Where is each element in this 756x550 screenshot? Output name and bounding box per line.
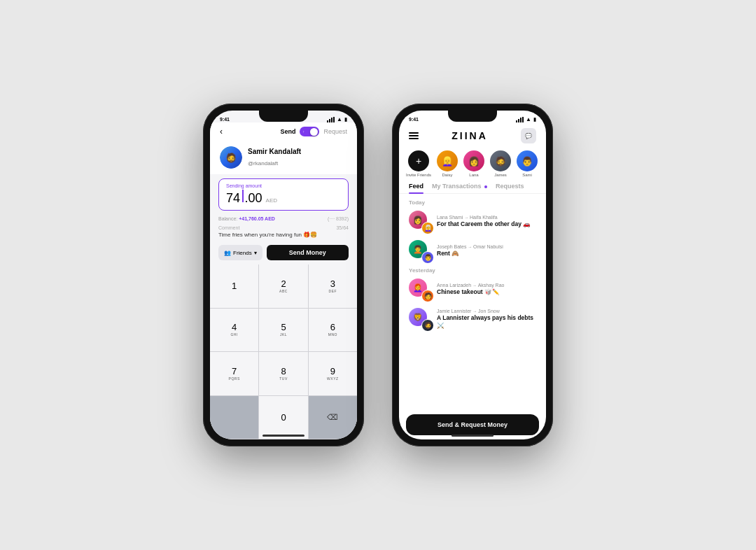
chat-icon: 💬 [525,133,532,139]
feed-item-1[interactable]: 👩 👩‍🦳 Lana Shami → Haifa Khalifa For tha… [399,207,546,237]
sami-name: Sami [522,173,532,177]
comment-label: Comment [218,225,239,230]
balance-amount: +41,760.05 AED [239,216,275,221]
feed-item-3-message: Chinese takeout 🥡✏️ [437,288,504,296]
daisy-avatar: 👱‍♀️ [437,150,458,171]
notch-2 [448,111,497,122]
toggle-arrow-icon: ↑ [302,129,304,134]
amount-value: 74 .00 AED [226,190,341,206]
numpad-key-9[interactable]: 9 WXYZ [309,352,357,395]
toggle-area[interactable]: Send ↑ Request [280,127,347,136]
friend-sami[interactable]: 👨 Sami [517,150,538,177]
feed-item-4[interactable]: 🦁 🧔 Jamie Lannister → Jon Snow A Lannist… [399,304,546,334]
feed-item-2-names: Joseph Bates → Omar Nabulsi [437,244,503,249]
actions-row: 👥 Friends ▾ Send Money [210,241,357,265]
cursor [242,190,244,202]
feed-item-3-names: Anna Larizadeh → Akshay Rao [437,283,504,288]
yesterday-label: Yesterday [399,266,546,275]
feed-item-4-content: Jamie Lannister → Jon Snow A Lannister a… [437,309,536,330]
numpad-delete-button[interactable]: ⌫ [309,396,357,439]
amount-input-box[interactable]: Sending amount 74 .00 AED [218,178,349,211]
tab-my-transactions[interactable]: My Transactions [432,183,487,193]
friends-icon: 👥 [224,250,231,256]
feed-item-1-content: Lana Shami → Haifa Khalifa For that Care… [437,215,531,228]
numpad-key-8[interactable]: 8 TUV [259,352,307,395]
numpad-key-5[interactable]: 5 JKL [259,309,307,352]
toggle-knob [310,128,318,136]
feed-item-1-message: For that Careem the other day 🚗 [437,220,531,228]
user-handle: @rkandalaft [248,160,278,167]
send-request-money-button[interactable]: Send & Request Money [406,414,539,435]
add-friend-button[interactable]: + [408,150,429,171]
notification-button[interactable]: 💬 [521,128,536,143]
amount-number: 74 [226,191,240,206]
numpad-key-3[interactable]: 3 DEF [309,265,357,308]
phone-1: 9:41 ▲ ▮ ‹ Send ↑ Reques [203,104,364,446]
numpad-key-6[interactable]: 6 MNO [309,309,357,352]
numpad-key-4[interactable]: 4 GHI [210,309,258,352]
currency-label: AED [266,197,277,204]
feed-item-3[interactable]: 👩‍🦰 🧑 Anna Larizadeh → Akshay Rao Chines… [399,275,546,304]
user-avatar: 🧔 [220,146,242,169]
feed-content: Today 👩 👩‍🦳 Lana Shami → Haifa Khalifa F… [399,194,546,410]
friend-james[interactable]: 🧔 James [490,150,511,177]
jamie-jon-avatar: 🦁 🧔 [409,308,431,330]
anna-akshay-avatar: 👩‍🦰 🧑 [409,278,431,301]
james-name: James [494,173,507,177]
feed-item-2-content: Joseph Bates → Omar Nabulsi Rent 🙈 [437,244,503,258]
tab-requests[interactable]: Requests [496,183,524,193]
chevron-down-icon: ▾ [254,250,257,256]
user-details: Samir Kandalaft @rkandalaft [248,148,301,168]
numpad-key-empty [210,396,258,439]
feed-item-3-content: Anna Larizadeh → Akshay Rao Chinese take… [437,283,504,296]
balance-label: Balance: [218,216,237,221]
friends-button[interactable]: 👥 Friends ▾ [218,245,262,260]
toggle-switch[interactable]: ↑ [300,127,319,136]
home-indicator-2 [451,435,493,437]
friends-row: + Invite Friends 👱‍♀️ Daisy 👩 Lana 🧔 Ja [399,148,546,180]
friends-label: Friends [233,250,252,256]
friend-lana[interactable]: 👩 Lana [463,150,484,177]
feed-item-2[interactable]: 🧑‍🦱 👨 Joseph Bates → Omar Nabulsi Rent 🙈 [399,237,546,266]
invite-friends-label: Invite Friends [406,173,431,177]
send-label: Send [280,128,295,135]
time-2: 9:41 [409,117,419,122]
numpad-key-1[interactable]: 1 [210,265,258,308]
time-1: 9:41 [220,117,230,122]
ziina-logo: ZIINA [451,130,488,141]
notch-1 [259,111,308,122]
comment-count: 35/64 [336,225,349,230]
transactions-dot [484,185,487,188]
invite-friends-item[interactable]: + Invite Friends [406,150,431,177]
back-button[interactable]: ‹ [220,127,223,136]
send-money-button[interactable]: Send Money [267,245,349,260]
feed-item-2-message: Rent 🙈 [437,250,503,258]
send-request-header: ‹ Send ↑ Request [210,122,357,141]
lana-avatar: 👩 [463,150,484,171]
delete-icon: ⌫ [327,413,338,422]
comment-text: Time fries when you're having fun 🎁🍔 [218,232,349,238]
feed-item-4-names: Jamie Lannister → Jon Snow [437,309,536,313]
tab-feed[interactable]: Feed [409,183,424,193]
home-indicator-1 [262,435,304,437]
comment-header: Comment 35/64 [218,225,349,230]
sami-avatar: 👨 [517,150,538,171]
feed-item-4-message: A Lannister always pays his debts ⚔️ [437,314,536,330]
lana-haifa-avatar: 👩 👩‍🦳 [409,211,431,233]
amount-label: Sending amount [226,183,341,188]
user-info: 🧔 Samir Kandalaft @rkandalaft [210,141,357,174]
today-label: Today [399,198,546,207]
balance-row: Balance: +41,760.05 AED (···· 8392) [210,215,357,223]
friend-daisy[interactable]: 👱‍♀️ Daisy [437,150,458,177]
card-number: (···· 8392) [328,216,349,221]
phone-1-screen: 9:41 ▲ ▮ ‹ Send ↑ Reques [210,111,357,439]
hamburger-menu-button[interactable] [409,132,419,139]
numpad-key-2[interactable]: 2 ABC [259,265,307,308]
numpad-key-0[interactable]: 0 [259,396,307,439]
user-name: Samir Kandalaft [248,148,301,155]
numpad-key-7[interactable]: 7 PQRS [210,352,258,395]
wifi-icon-2: ▲ [526,116,531,122]
comment-area[interactable]: Comment 35/64 Time fries when you're hav… [210,223,357,241]
balance-info: Balance: +41,760.05 AED [218,216,275,221]
phone-2-screen: 9:41 ▲ ▮ ZIINA 💬 [399,111,546,439]
